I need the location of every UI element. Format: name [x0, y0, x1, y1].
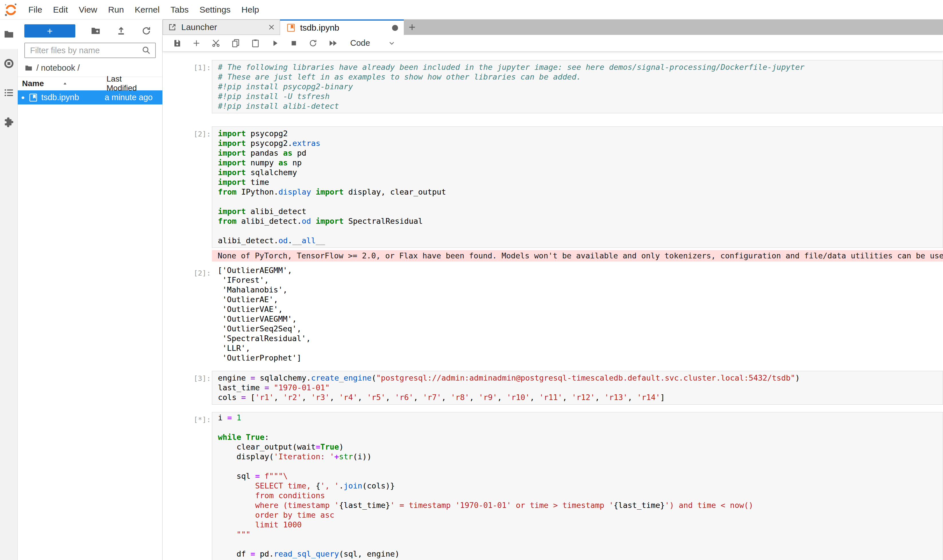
sidebar-tab-running-sessions[interactable] [0, 49, 17, 78]
refresh-icon[interactable] [141, 26, 151, 36]
cell-input-prompt: [3]: [194, 371, 212, 405]
stop-kernel-icon[interactable] [290, 39, 298, 47]
menu-file[interactable]: File [23, 5, 48, 15]
menu-help[interactable]: Help [236, 5, 265, 15]
cell-output-stderr: None of PyTorch, TensorFlow >= 2.0, or F… [163, 250, 943, 262]
cell-editor[interactable]: engine = sqlalchemy.create_engine("postg… [212, 371, 943, 405]
jupyter-logo-icon [4, 3, 18, 17]
cell-editor[interactable]: # The following libraries have already b… [212, 60, 943, 113]
code-line: order by time asc [218, 510, 943, 520]
code-cell: [*]:i = 1while True: clear_output(wait=T… [163, 412, 943, 560]
code-line: import pandas as pd [218, 148, 943, 158]
save-icon[interactable] [173, 39, 182, 48]
run-cell-icon[interactable] [271, 39, 279, 48]
code-line: i = 1 [218, 413, 943, 423]
restart-kernel-icon[interactable] [309, 38, 318, 48]
code-line: SELECT time, {', '.join(cols)} [218, 481, 943, 491]
menu-bar: File Edit View Run Kernel Tabs Settings … [0, 0, 943, 20]
code-line: sql = f"""\ [218, 471, 943, 481]
result-text: ['OutlierAEGMM', 'IForest', 'Mahalanobis… [212, 266, 943, 363]
restart-run-all-icon[interactable] [328, 38, 338, 48]
menu-kernel[interactable]: Kernel [130, 5, 165, 15]
cell-type-select[interactable]: Code [350, 38, 370, 48]
code-cell: [2]:import psycopg2import psycopg2.extra… [163, 126, 943, 248]
launcher-icon [168, 23, 177, 31]
tab-tsdb-notebook[interactable]: tsdb.ipynb [280, 20, 404, 35]
breadcrumb[interactable]: / notebook / [18, 60, 162, 75]
cell-editor[interactable]: import psycopg2import psycopg2.extrasimp… [212, 126, 943, 248]
code-cell: [1]:# The following libraries have alrea… [163, 60, 943, 113]
menu-tabs[interactable]: Tabs [165, 5, 194, 15]
breadcrumb-path: / notebook / [36, 63, 80, 73]
code-line: """ [218, 530, 943, 539]
add-cell-icon[interactable] [192, 39, 201, 48]
file-row-tsdb[interactable]: • tsdb.ipynb a minute ago [18, 91, 162, 105]
code-line: from IPython.display import display, cle… [218, 187, 943, 197]
cut-cells-icon[interactable] [211, 38, 221, 48]
code-line: import psycopg2.extras [218, 138, 943, 148]
code-line: #!pip install psycopg2-binary [218, 82, 943, 92]
tab-launcher[interactable]: Launcher [163, 20, 280, 35]
menu-settings[interactable]: Settings [194, 5, 236, 15]
file-name: tsdb.ipynb [41, 93, 105, 102]
notebook-toolbar: Code [163, 35, 943, 51]
code-line: from alibi_detect.od import SpectralResi… [218, 216, 943, 226]
code-line [218, 423, 943, 432]
output-prompt-spacer [194, 250, 212, 262]
menu-run[interactable]: Run [103, 5, 130, 15]
file-modified: a minute ago [105, 93, 162, 102]
sort-ascending-icon [62, 81, 68, 86]
filter-files-input[interactable] [25, 46, 142, 55]
code-cell: [3]:engine = sqlalchemy.create_engine("p… [163, 371, 943, 405]
code-line [218, 226, 943, 236]
unsaved-changes-dot-icon[interactable] [392, 25, 398, 31]
notebook-scroll-area[interactable]: [1]:# The following libraries have alrea… [163, 52, 943, 560]
tab-label: tsdb.ipynb [300, 23, 392, 32]
code-line: df['time'] = pd.to_datetime(df['time']) [218, 559, 943, 560]
notebook-file-icon [29, 93, 38, 102]
code-line: #!pip install -U tsfresh [218, 92, 943, 101]
column-header-name[interactable]: Name [18, 77, 106, 90]
code-line: import numpy as np [218, 158, 943, 168]
copy-cells-icon[interactable] [231, 38, 240, 48]
code-line: from conditions [218, 491, 943, 500]
cell-editor[interactable]: i = 1while True: clear_output(wait=True)… [212, 412, 943, 560]
sidebar-tab-file-browser[interactable] [0, 20, 18, 49]
plus-icon [408, 23, 417, 31]
output-prompt: [2]: [194, 266, 212, 363]
dock-tab-bar: Launcher tsdb.ipynb [163, 20, 943, 35]
new-tab-button[interactable] [404, 20, 420, 35]
sidebar-tab-extension-manager[interactable] [0, 107, 17, 137]
stop-circle-icon [3, 58, 15, 69]
filter-box [24, 43, 156, 58]
menu-edit[interactable]: Edit [48, 5, 73, 15]
sidebar-rail [0, 20, 18, 560]
code-line [218, 197, 943, 206]
code-line: alibi_detect.od.__all__ [218, 236, 943, 246]
code-line [218, 539, 943, 549]
sidebar-tab-table-of-contents[interactable] [0, 78, 17, 107]
cell-input-prompt: [1]: [194, 60, 212, 113]
menu-view[interactable]: View [73, 5, 102, 15]
puzzle-icon [3, 116, 15, 128]
code-line: last_time = "1970-01-01" [218, 383, 943, 392]
code-line: #!pip install alibi-detect [218, 101, 943, 111]
column-header-modified[interactable]: Last Modified [106, 77, 162, 90]
new-folder-button[interactable] [90, 25, 101, 36]
code-line: import time [218, 177, 943, 187]
code-line: import psycopg2 [218, 129, 943, 138]
cell-output-result: [2]:['OutlierAEGMM', 'IForest', 'Mahalan… [163, 266, 943, 363]
code-line: display('Iteration: '+str(i)) [218, 452, 943, 462]
new-launcher-button[interactable]: + [24, 24, 75, 37]
list-icon [3, 87, 14, 98]
file-list-header: Name Last Modified [18, 77, 162, 91]
home-folder-icon[interactable] [24, 64, 33, 72]
chevron-down-icon[interactable] [388, 39, 396, 47]
notebook-cells: [1]:# The following libraries have alrea… [163, 60, 943, 560]
paste-cells-icon[interactable] [251, 38, 260, 48]
code-line: engine = sqlalchemy.create_engine("postg… [218, 373, 943, 383]
code-line: limit 1000 [218, 520, 943, 530]
plus-icon: + [47, 25, 53, 37]
close-icon[interactable] [268, 23, 275, 31]
upload-icon[interactable] [116, 26, 126, 36]
